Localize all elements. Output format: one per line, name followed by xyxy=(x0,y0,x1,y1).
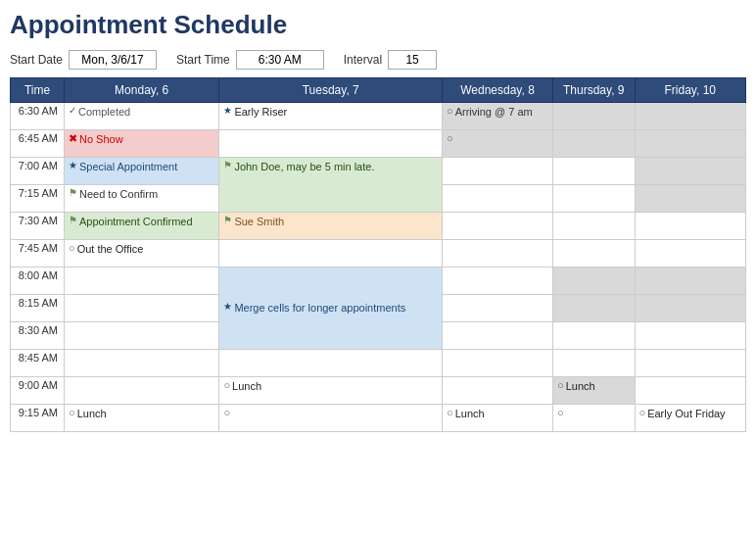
friday-cell[interactable] xyxy=(635,268,746,295)
monday-cell[interactable]: ○Lunch xyxy=(65,405,219,432)
flag-icon: ⚑ xyxy=(223,215,232,225)
wednesday-cell[interactable] xyxy=(443,295,553,322)
o-icon: ○ xyxy=(557,379,564,391)
tuesday-cell[interactable]: ⚑Sue Smith xyxy=(219,213,443,240)
wednesday-cell[interactable]: ○ xyxy=(443,130,553,158)
friday-cell[interactable] xyxy=(635,103,746,130)
friday-cell[interactable] xyxy=(635,350,746,377)
wednesday-cell[interactable] xyxy=(443,240,553,268)
table-row: 9:15 AM○Lunch○○Lunch○○Early Out Friday xyxy=(11,405,746,432)
tuesday-cell[interactable] xyxy=(219,240,443,268)
monday-cell[interactable]: ○Out the Office xyxy=(65,240,219,268)
wednesday-cell[interactable] xyxy=(443,213,553,240)
time-cell: 9:15 AM xyxy=(11,405,65,432)
star-icon: ★ xyxy=(223,301,232,312)
col-header-monday: Monday, 6 xyxy=(65,78,219,103)
friday-cell[interactable] xyxy=(635,213,746,240)
friday-cell[interactable] xyxy=(635,130,746,158)
wednesday-cell[interactable] xyxy=(443,268,553,295)
check-icon: ✓ xyxy=(69,105,76,116)
tuesday-cell[interactable]: ★Early Riser xyxy=(219,103,443,130)
thursday-cell[interactable] xyxy=(553,185,636,213)
tuesday-cell[interactable]: ⚑John Doe, may be 5 min late. xyxy=(219,158,443,213)
friday-cell[interactable] xyxy=(635,295,746,322)
friday-cell[interactable] xyxy=(635,240,746,268)
tuesday-cell[interactable]: ★Merge cells for longer appointments xyxy=(219,268,443,350)
cell-text: Completed xyxy=(78,105,130,119)
table-row: 7:30 AM⚑Appointment Confirmed⚑Sue Smith xyxy=(11,213,746,240)
thursday-cell[interactable] xyxy=(553,350,636,377)
x-icon: ✖ xyxy=(69,132,77,145)
o-icon: ○ xyxy=(557,407,564,418)
table-row: 7:45 AM○Out the Office xyxy=(11,240,746,268)
cell-text: Arriving @ 7 am xyxy=(455,105,533,119)
start-time-input[interactable] xyxy=(236,50,324,70)
col-header-time: Time xyxy=(11,78,65,103)
wednesday-cell[interactable] xyxy=(443,158,553,185)
wednesday-cell[interactable] xyxy=(443,350,553,377)
monday-cell[interactable]: ✖No Show xyxy=(65,130,219,158)
start-date-label: Start Date xyxy=(10,53,63,67)
thursday-cell[interactable] xyxy=(553,213,636,240)
o-icon: ○ xyxy=(447,105,453,117)
thursday-cell[interactable]: ○ xyxy=(553,405,636,432)
tuesday-cell[interactable] xyxy=(219,130,443,158)
monday-cell[interactable] xyxy=(65,295,219,322)
table-row: 9:00 AM○Lunch○Lunch xyxy=(11,377,746,405)
thursday-cell[interactable] xyxy=(553,130,636,158)
cell-text: Merge cells for longer appointments xyxy=(234,301,405,315)
monday-cell[interactable] xyxy=(65,377,219,405)
monday-cell[interactable]: ⚑Appointment Confirmed xyxy=(65,213,219,240)
friday-cell[interactable] xyxy=(635,185,746,213)
monday-cell[interactable] xyxy=(65,322,219,350)
o-icon: ○ xyxy=(223,407,230,418)
tuesday-cell[interactable] xyxy=(219,350,443,377)
o-icon: ○ xyxy=(447,132,453,144)
time-cell: 9:00 AM xyxy=(11,377,65,405)
friday-cell[interactable] xyxy=(635,322,746,350)
monday-cell[interactable]: ★Special Appointment xyxy=(65,158,219,185)
wednesday-cell[interactable]: ○Arriving @ 7 am xyxy=(443,103,553,130)
tuesday-cell[interactable]: ○Lunch xyxy=(219,377,443,405)
o-icon: ○ xyxy=(639,407,646,418)
star-icon: ★ xyxy=(223,105,232,116)
col-header-tuesday: Tuesday, 7 xyxy=(219,78,443,103)
start-date-input[interactable] xyxy=(69,50,157,70)
wednesday-cell[interactable]: ○Lunch xyxy=(443,405,553,432)
time-cell: 8:45 AM xyxy=(11,350,65,377)
time-cell: 6:30 AM xyxy=(11,103,65,130)
monday-cell[interactable]: ✓Completed xyxy=(65,103,219,130)
friday-cell[interactable] xyxy=(635,158,746,185)
wednesday-cell[interactable] xyxy=(443,185,553,213)
interval-input[interactable] xyxy=(388,50,437,70)
flag-icon: ⚑ xyxy=(69,215,77,225)
thursday-cell[interactable] xyxy=(553,322,636,350)
cell-text: Need to Confirm xyxy=(79,187,158,201)
o-icon: ○ xyxy=(69,242,75,254)
time-cell: 8:00 AM xyxy=(11,268,65,295)
o-icon: ○ xyxy=(223,379,230,391)
tuesday-cell[interactable]: ○ xyxy=(219,405,443,432)
thursday-cell[interactable]: ○Lunch xyxy=(553,377,636,405)
thursday-cell[interactable] xyxy=(553,295,636,322)
flag-icon: ⚑ xyxy=(223,160,232,170)
thursday-cell[interactable] xyxy=(553,268,636,295)
controls-bar: Start Date Start Time Interval xyxy=(10,50,746,70)
wednesday-cell[interactable] xyxy=(443,377,553,405)
friday-cell[interactable] xyxy=(635,377,746,405)
monday-cell[interactable] xyxy=(65,268,219,295)
cell-text: Early Out Friday xyxy=(647,407,725,420)
table-row: 8:00 AM★Merge cells for longer appointme… xyxy=(11,268,746,295)
table-row: 7:00 AM★Special Appointment⚑John Doe, ma… xyxy=(11,158,746,185)
table-row: 6:30 AM✓Completed★Early Riser○Arriving @… xyxy=(11,103,746,130)
time-cell: 8:30 AM xyxy=(11,322,65,350)
thursday-cell[interactable] xyxy=(553,240,636,268)
wednesday-cell[interactable] xyxy=(443,322,553,350)
monday-cell[interactable]: ⚑Need to Confirm xyxy=(65,185,219,213)
thursday-cell[interactable] xyxy=(553,103,636,130)
cell-text: Sue Smith xyxy=(234,215,284,228)
interval-label: Interval xyxy=(344,53,382,67)
friday-cell[interactable]: ○Early Out Friday xyxy=(635,405,746,432)
thursday-cell[interactable] xyxy=(553,158,636,185)
monday-cell[interactable] xyxy=(65,350,219,377)
